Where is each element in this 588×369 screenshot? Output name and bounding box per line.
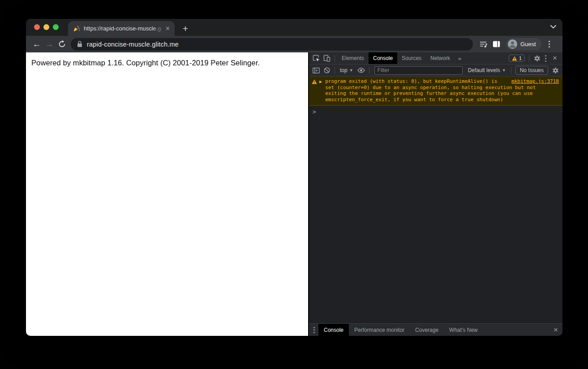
fullscreen-window-button[interactable] [53, 24, 59, 30]
filter-input[interactable] [374, 66, 463, 75]
url-text: rapid-concise-muscle.glitch.me [87, 41, 179, 48]
log-levels-selector[interactable]: Default levels ▼ [465, 67, 509, 73]
tab-search-chevron-icon[interactable] [550, 25, 556, 29]
divider [369, 67, 369, 74]
warning-message-text: program exited (with status: 0), but kee… [325, 78, 536, 103]
avatar-icon [508, 39, 517, 49]
divider [335, 67, 335, 74]
live-expression-eye-icon[interactable] [356, 65, 367, 76]
drawer-tab-bar: Console Performance monitor Coverage Wha… [309, 323, 562, 336]
favicon-party-popper-icon [73, 25, 80, 32]
console-empty-space[interactable] [309, 118, 562, 323]
console-messages-area: ▶ program exited (with status: 0), but k… [309, 77, 562, 323]
content-area: Powered by mkbitmap 1.16. Copyright (C) … [26, 52, 562, 336]
drawer-tab-performance-monitor[interactable]: Performance monitor [349, 324, 410, 336]
devtools-tab-bar: Elements Console Sources Network » 1 [309, 52, 562, 64]
divider [529, 55, 529, 62]
profile-badge[interactable]: Guest [506, 38, 541, 50]
back-button[interactable]: ← [30, 38, 43, 51]
drawer-tab-coverage[interactable]: Coverage [410, 324, 444, 336]
window-controls [34, 24, 59, 30]
forward-button: → [43, 38, 56, 51]
reload-button[interactable] [56, 38, 68, 51]
inspect-element-icon[interactable] [311, 53, 322, 64]
drawer-tab-console[interactable]: Console [318, 324, 349, 336]
context-selector[interactable]: top ▼ [337, 67, 356, 73]
warning-triangle-icon [312, 79, 317, 84]
browser-tab[interactable]: https://rapid-concise-muscle.g × [68, 21, 175, 36]
profile-name: Guest [520, 41, 536, 47]
console-toolbar: top ▼ Default levels ▼ [309, 64, 562, 77]
drawer-tab-whats-new[interactable]: What's New [444, 324, 483, 336]
more-tabs-icon[interactable]: » [455, 55, 465, 62]
drawer-close-icon[interactable]: × [550, 326, 562, 335]
web-page: Powered by mkbitmap 1.16. Copyright (C) … [26, 52, 308, 336]
side-panel-icon[interactable] [490, 38, 502, 51]
device-toolbar-icon[interactable] [322, 53, 332, 64]
console-warning-message[interactable]: ▶ program exited (with status: 0), but k… [309, 77, 562, 106]
divider [335, 55, 335, 62]
chevron-down-icon: ▼ [502, 68, 506, 73]
devtools-close-icon[interactable]: × [549, 54, 561, 63]
browser-toolbar: ← → rapid-concise-muscle.glitch.me [26, 36, 562, 52]
desktop-background: https://rapid-concise-muscle.g × + ← → [0, 0, 588, 369]
new-tab-button[interactable]: + [179, 22, 192, 35]
url-bar[interactable]: rapid-concise-muscle.glitch.me [71, 38, 473, 51]
tab-close-icon[interactable]: × [164, 25, 171, 32]
clear-console-icon[interactable] [322, 65, 332, 76]
chevron-down-icon: ▼ [349, 68, 353, 73]
drawer-menu-icon[interactable] [310, 327, 318, 333]
tab-console[interactable]: Console [369, 52, 397, 64]
tab-title: https://rapid-concise-muscle.g [84, 25, 164, 32]
source-link[interactable]: mkbitmap.js:3718 [511, 78, 559, 84]
no-issues-button[interactable]: No Issues [515, 66, 548, 75]
page-body-text: Powered by mkbitmap 1.16. Copyright (C) … [31, 59, 303, 67]
prompt-chevron: > [313, 108, 316, 115]
tab-elements[interactable]: Elements [337, 52, 369, 64]
devtools-settings-icon[interactable] [532, 53, 542, 64]
minimize-window-button[interactable] [43, 24, 49, 30]
devtools-menu-icon[interactable] [542, 55, 549, 62]
expand-triangle-icon[interactable]: ▶ [319, 78, 322, 103]
devtools-panel: Elements Console Sources Network » 1 [308, 52, 562, 336]
close-window-button[interactable] [34, 24, 40, 30]
lock-icon[interactable] [77, 41, 82, 47]
media-controls-icon[interactable] [477, 38, 490, 51]
warning-count-badge[interactable]: 1 [509, 55, 525, 62]
warning-triangle-icon [512, 56, 517, 61]
console-sidebar-icon[interactable] [311, 65, 322, 76]
divider [511, 67, 511, 74]
console-settings-icon[interactable] [550, 65, 561, 76]
browser-window: https://rapid-concise-muscle.g × + ← → [26, 19, 562, 336]
browser-menu-icon[interactable] [545, 41, 554, 47]
tab-strip: https://rapid-concise-muscle.g × + [26, 19, 562, 36]
console-prompt-row[interactable]: > [309, 106, 562, 118]
tab-sources[interactable]: Sources [397, 52, 426, 64]
tab-network[interactable]: Network [426, 52, 455, 64]
